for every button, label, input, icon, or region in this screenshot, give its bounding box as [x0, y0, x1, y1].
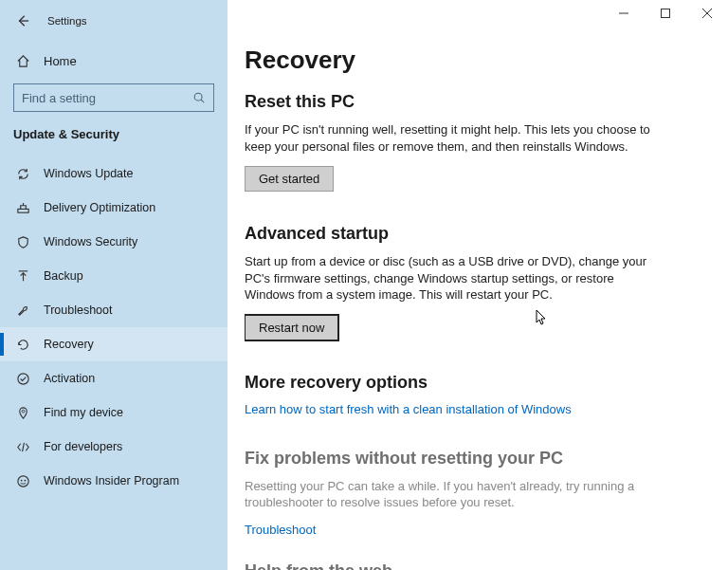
restart-now-button[interactable]: Restart now — [245, 315, 338, 340]
window-controls — [603, 0, 728, 27]
content-scroll[interactable]: Recovery Reset this PC If your PC isn't … — [245, 0, 728, 570]
sidebar-item-label: Troubleshoot — [44, 303, 113, 317]
svg-point-7 — [17, 475, 27, 486]
recovery-icon — [15, 337, 30, 352]
more-heading: More recovery options — [245, 373, 705, 393]
section-reset-pc: Reset this PC If your PC isn't running w… — [245, 92, 705, 192]
sidebar-item-label: Windows Update — [44, 167, 134, 180]
svg-point-6 — [22, 410, 25, 413]
advanced-description: Start up from a device or disc (such as … — [245, 253, 652, 303]
help-heading: Help from the web — [245, 561, 705, 570]
sidebar-item-label: Backup — [44, 269, 83, 283]
reset-description: If your PC isn't running well, resetting… — [245, 121, 652, 155]
sidebar-item-label: Recovery — [44, 338, 94, 351]
start-fresh-link[interactable]: Learn how to start fresh with a clean in… — [245, 402, 705, 416]
svg-point-1 — [194, 93, 202, 101]
section-fix-problems: Fix problems without resetting your PC R… — [245, 449, 705, 537]
svg-rect-3 — [17, 209, 27, 212]
svg-rect-11 — [662, 9, 670, 18]
location-icon — [15, 405, 30, 420]
svg-line-2 — [201, 100, 204, 102]
svg-point-8 — [20, 479, 22, 481]
sidebar-item-label: For developers — [44, 440, 122, 453]
sidebar-item-find-my-device[interactable]: Find my device — [0, 395, 228, 430]
advanced-heading: Advanced startup — [245, 224, 705, 244]
sidebar-item-label: Windows Security — [44, 235, 137, 248]
sidebar-home-label: Home — [44, 54, 77, 68]
get-started-button[interactable]: Get started — [245, 166, 334, 192]
close-button[interactable] — [686, 0, 728, 27]
sidebar-item-for-developers[interactable]: For developers — [0, 430, 228, 464]
sidebar-item-troubleshoot[interactable]: Troubleshoot — [0, 293, 228, 327]
minimize-button[interactable] — [603, 0, 645, 27]
sidebar-item-windows-update[interactable]: Windows Update — [0, 156, 228, 191]
sidebar-item-delivery-optimization[interactable]: Delivery Optimization — [0, 191, 228, 225]
sidebar-item-label: Windows Insider Program — [44, 474, 179, 487]
app-title: Settings — [47, 15, 87, 27]
check-circle-icon — [15, 371, 30, 386]
developers-icon — [15, 439, 30, 454]
sidebar-item-label: Activation — [44, 372, 95, 385]
section-more-recovery: More recovery options Learn how to start… — [245, 373, 705, 416]
fix-description: Resetting your PC can take a while. If y… — [245, 478, 705, 511]
sidebar: Settings Home Update & Security Windows … — [0, 0, 228, 570]
fix-heading: Fix problems without resetting your PC — [245, 449, 705, 469]
maximize-icon — [661, 9, 670, 18]
arrow-left-icon — [16, 14, 29, 28]
page-title: Recovery — [245, 46, 705, 75]
section-help-web: Help from the web — [245, 561, 705, 570]
troubleshoot-link[interactable]: Troubleshoot — [245, 523, 705, 537]
maximize-button[interactable] — [645, 0, 686, 27]
search-icon — [192, 91, 206, 104]
reset-heading: Reset this PC — [245, 92, 705, 112]
search-box[interactable] — [13, 83, 214, 112]
sidebar-item-recovery[interactable]: Recovery — [0, 327, 228, 361]
sidebar-item-label: Find my device — [44, 406, 123, 419]
sidebar-item-activation[interactable]: Activation — [0, 361, 228, 395]
home-icon — [15, 54, 30, 68]
sidebar-item-windows-insider[interactable]: Windows Insider Program — [0, 464, 228, 498]
svg-point-9 — [24, 479, 26, 481]
sidebar-item-backup[interactable]: Backup — [0, 259, 228, 293]
search-input[interactable] — [22, 91, 192, 105]
main-pane: Recovery Reset this PC If your PC isn't … — [228, 0, 728, 570]
backup-icon — [15, 268, 30, 284]
sidebar-item-windows-security[interactable]: Windows Security — [0, 225, 228, 259]
shield-icon — [15, 234, 30, 249]
sidebar-nav: Windows Update Delivery Optimization Win… — [0, 156, 228, 498]
delivery-icon — [15, 200, 30, 215]
wrench-icon — [15, 303, 30, 318]
insider-icon — [15, 473, 30, 488]
titlebar-left: Settings — [0, 8, 228, 34]
sidebar-home[interactable]: Home — [0, 44, 228, 78]
sidebar-item-label: Delivery Optimization — [44, 201, 155, 214]
sidebar-section-title: Update & Security — [0, 120, 228, 147]
minimize-icon — [619, 9, 628, 18]
sync-icon — [15, 166, 30, 181]
back-button[interactable] — [13, 11, 32, 30]
section-advanced-startup: Advanced startup Start up from a device … — [245, 224, 705, 340]
svg-point-5 — [17, 373, 27, 383]
close-icon — [702, 9, 712, 18]
